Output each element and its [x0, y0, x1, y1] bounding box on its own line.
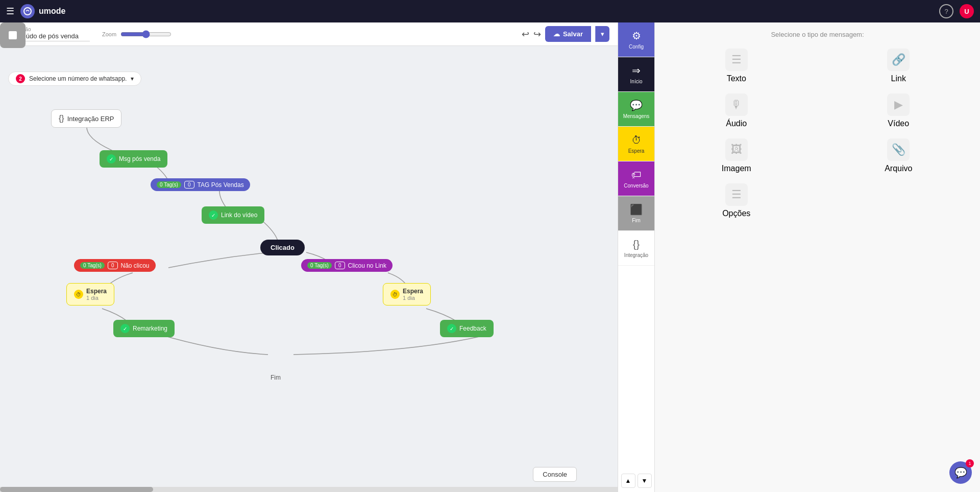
- node-erp[interactable]: {} Integração ERP: [51, 109, 121, 128]
- whatsapp-icon-msg: ✓: [107, 154, 116, 163]
- clock-icon-right: ⏱: [390, 290, 400, 299]
- texto-label: Texto: [727, 74, 746, 83]
- imagem-icon: 🖼: [725, 138, 748, 161]
- clicou-label: Clicou no Link: [348, 262, 386, 269]
- fim-icon: ⬛: [630, 203, 643, 216]
- node-nao-clicou[interactable]: 0 Tag(s) 0 Não clicou: [74, 259, 156, 272]
- tool-nav: ▲ ▼: [617, 470, 656, 492]
- node-clicou-link[interactable]: 0 Tag(s) 0 Clicou no Link: [301, 259, 393, 272]
- link-icon: 🔗: [887, 49, 910, 71]
- node-remarketing[interactable]: ✓ Remarketing: [113, 320, 175, 337]
- node-espera-left[interactable]: ⏱ Espera 1 dia: [66, 283, 114, 306]
- tool-espera[interactable]: ⏱ Espera: [618, 127, 655, 161]
- clicou-tag-num: 0: [335, 262, 345, 269]
- config-icon: ⚙: [632, 30, 641, 42]
- node-espera-right[interactable]: ⏱ Espera 1 dia: [383, 283, 431, 306]
- espera-left-title: Espera: [86, 288, 107, 295]
- tool-conversao[interactable]: 🏷 Conversão: [618, 161, 655, 196]
- tag-pos-num: 0: [184, 181, 194, 189]
- node-tag-pos-vendas[interactable]: 0 Tag(s) 0 TAG Pós Vendas: [151, 178, 250, 191]
- navbar-left: ☰ umode: [6, 4, 65, 18]
- chat-badge: 1: [966, 459, 974, 467]
- node-feedback[interactable]: ✓ Feedback: [440, 320, 494, 337]
- espera-icon: ⏱: [631, 134, 642, 146]
- svg-rect-1: [9, 31, 17, 39]
- navbar-right: ? U: [939, 4, 974, 18]
- help-icon[interactable]: ?: [939, 4, 953, 18]
- whatsapp-icon-remarketing: ✓: [120, 324, 130, 333]
- logo: umode: [20, 4, 65, 18]
- tool-espera-label: Espera: [628, 148, 645, 154]
- tool-nav-up[interactable]: ▲: [621, 474, 635, 488]
- node-fim[interactable]: [0, 22, 26, 48]
- tool-fim[interactable]: ⬛ Fim: [618, 196, 655, 231]
- tool-integracao[interactable]: {} Integração: [618, 231, 655, 266]
- node-erp-label: Integração ERP: [67, 115, 114, 123]
- arquivo-icon: 📎: [887, 138, 910, 161]
- console-button[interactable]: Console: [533, 467, 577, 482]
- conversao-icon: 🏷: [631, 169, 642, 181]
- type-link[interactable]: 🔗 Link: [825, 49, 972, 83]
- logo-icon: [20, 4, 35, 18]
- feedback-label: Feedback: [459, 325, 486, 332]
- arquivo-label: Arquivo: [885, 164, 912, 173]
- number-selector[interactable]: 2 Selecione um número de whatsapp. ▾: [8, 72, 141, 86]
- clicou-tag-badge: 0 Tag(s): [307, 262, 332, 269]
- node-clicado-label: Clicado: [271, 244, 295, 251]
- tools-sidebar: ⚙ Config ⇒ Início 💬 Mensagens ⏱ Espera 🏷…: [618, 22, 654, 492]
- nao-tag-num: 0: [108, 262, 118, 269]
- espera-left-inner: Espera 1 dia: [86, 288, 107, 301]
- whatsapp-icon-link: ✓: [209, 210, 218, 220]
- type-arquivo[interactable]: 📎 Arquivo: [825, 138, 972, 173]
- canvas-area: Descrição Conteúdo de pós venda Zoom ↩ ↪…: [0, 22, 618, 492]
- hamburger-icon[interactable]: ☰: [6, 6, 14, 17]
- erp-icon: {}: [59, 114, 64, 123]
- link-label: Link: [891, 74, 906, 83]
- type-texto[interactable]: ☰ Texto: [663, 49, 810, 83]
- chat-bubble[interactable]: 💬 1: [949, 461, 972, 484]
- tag-pos-label: TAG Pós Vendas: [198, 181, 244, 189]
- whatsapp-icon-feedback: ✓: [447, 324, 456, 333]
- audio-label: Áudio: [726, 119, 747, 128]
- connectors-svg: [0, 22, 618, 492]
- panel-title: Selecione o tipo de mensagem:: [663, 31, 972, 38]
- tools-bottom: ▲ ▼: [617, 470, 656, 492]
- svg-point-0: [24, 8, 31, 15]
- node-msg-pos-venda[interactable]: ✓ Msg pós venda: [100, 150, 167, 168]
- type-video[interactable]: ▶ Vídeo: [825, 93, 972, 128]
- tool-integracao-label: Integração: [624, 252, 648, 258]
- nao-label: Não clicou: [121, 262, 150, 269]
- mensagens-icon: 💬: [630, 99, 643, 111]
- tag-pos-badge: 0 Tag(s): [157, 181, 181, 188]
- tool-mensagens[interactable]: 💬 Mensagens: [618, 92, 655, 127]
- flow-canvas: {} Integração ERP ✓ Msg pós venda 0 Tag(…: [0, 22, 618, 492]
- number-text: Selecione um número de whatsapp.: [29, 75, 127, 82]
- fim-label: Fim: [271, 374, 281, 381]
- logo-text: umode: [39, 7, 65, 16]
- tool-inicio[interactable]: ⇒ Início: [618, 57, 655, 92]
- espera-left-sub: 1 dia: [86, 295, 107, 301]
- type-opcoes[interactable]: ☰ Opções: [663, 183, 810, 218]
- inicio-icon: ⇒: [632, 64, 641, 77]
- video-label: Vídeo: [888, 119, 909, 128]
- canvas-scrollbar[interactable]: [0, 487, 618, 492]
- scrollbar-thumb[interactable]: [0, 487, 153, 492]
- type-audio[interactable]: 🎙 Áudio: [663, 93, 810, 128]
- node-clicado[interactable]: Clicado: [260, 240, 305, 255]
- chat-icon: 💬: [954, 466, 967, 479]
- navbar: ☰ umode ? U: [0, 0, 980, 22]
- tool-inicio-label: Início: [630, 79, 643, 84]
- tool-fim-label: Fim: [632, 218, 641, 223]
- tool-nav-down[interactable]: ▼: [638, 474, 652, 488]
- opcoes-label: Opções: [722, 209, 750, 218]
- main-layout: Descrição Conteúdo de pós venda Zoom ↩ ↪…: [0, 22, 980, 492]
- opcoes-icon: ☰: [725, 183, 748, 206]
- avatar[interactable]: U: [960, 4, 974, 18]
- nao-tag-badge: 0 Tag(s): [80, 262, 105, 269]
- texto-icon: ☰: [725, 49, 748, 71]
- type-imagem[interactable]: 🖼 Imagem: [663, 138, 810, 173]
- audio-icon: 🎙: [725, 93, 748, 116]
- espera-right-inner: Espera 1 dia: [403, 288, 423, 301]
- tool-config[interactable]: ⚙ Config: [618, 22, 655, 57]
- node-link-video[interactable]: ✓ Link do vídeo: [202, 206, 264, 224]
